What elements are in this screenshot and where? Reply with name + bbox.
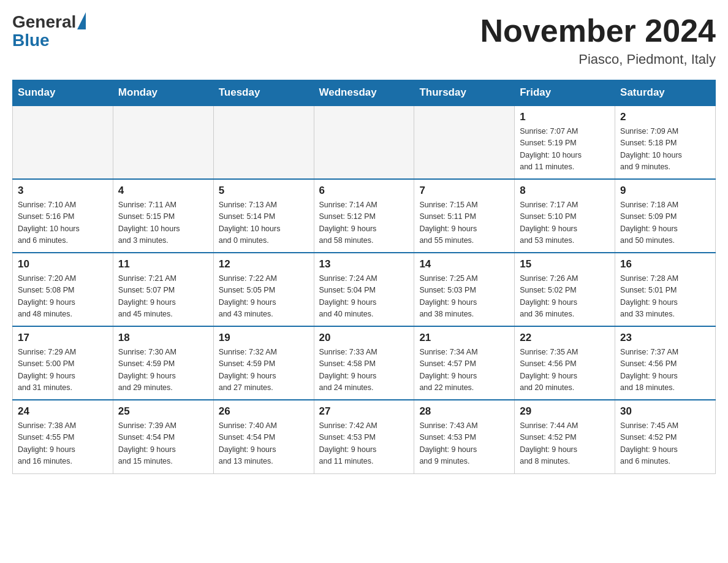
day-number: 2 xyxy=(620,111,710,123)
day-number: 12 xyxy=(219,258,309,270)
weekday-header-sunday: Sunday xyxy=(13,80,113,106)
calendar-cell xyxy=(113,105,213,179)
weekday-header-friday: Friday xyxy=(515,80,615,106)
logo-general-text: General xyxy=(12,12,76,32)
day-number: 9 xyxy=(620,185,710,197)
day-number: 26 xyxy=(219,405,309,418)
page-header: General Blue November 2024 Piasco, Piedm… xyxy=(12,12,716,67)
day-number: 27 xyxy=(319,405,409,418)
calendar-cell: 3Sunrise: 7:10 AM Sunset: 5:16 PM Daylig… xyxy=(13,179,113,253)
day-info: Sunrise: 7:10 AM Sunset: 5:16 PM Dayligh… xyxy=(18,199,108,247)
calendar-title: November 2024 xyxy=(480,12,716,49)
calendar-cell: 30Sunrise: 7:45 AM Sunset: 4:52 PM Dayli… xyxy=(615,400,716,473)
day-number: 10 xyxy=(18,258,108,270)
day-info: Sunrise: 7:20 AM Sunset: 5:08 PM Dayligh… xyxy=(18,273,108,321)
day-info: Sunrise: 7:35 AM Sunset: 4:56 PM Dayligh… xyxy=(520,347,610,394)
calendar-table: SundayMondayTuesdayWednesdayThursdayFrid… xyxy=(12,80,716,474)
weekday-header-saturday: Saturday xyxy=(615,80,716,106)
day-info: Sunrise: 7:11 AM Sunset: 5:15 PM Dayligh… xyxy=(118,199,208,247)
calendar-week-row: 1Sunrise: 7:07 AM Sunset: 5:19 PM Daylig… xyxy=(13,105,716,179)
calendar-cell xyxy=(213,105,314,179)
day-number: 25 xyxy=(118,405,208,418)
day-info: Sunrise: 7:29 AM Sunset: 5:00 PM Dayligh… xyxy=(18,347,108,394)
day-info: Sunrise: 7:28 AM Sunset: 5:01 PM Dayligh… xyxy=(620,273,710,321)
day-info: Sunrise: 7:18 AM Sunset: 5:09 PM Dayligh… xyxy=(620,199,710,247)
day-info: Sunrise: 7:33 AM Sunset: 4:58 PM Dayligh… xyxy=(319,347,409,394)
calendar-cell: 19Sunrise: 7:32 AM Sunset: 4:59 PM Dayli… xyxy=(213,326,314,400)
weekday-header-row: SundayMondayTuesdayWednesdayThursdayFrid… xyxy=(13,80,716,106)
day-number: 24 xyxy=(18,405,108,418)
day-info: Sunrise: 7:30 AM Sunset: 4:59 PM Dayligh… xyxy=(118,347,208,394)
calendar-cell: 24Sunrise: 7:38 AM Sunset: 4:55 PM Dayli… xyxy=(13,400,113,473)
day-info: Sunrise: 7:38 AM Sunset: 4:55 PM Dayligh… xyxy=(18,420,108,468)
day-info: Sunrise: 7:17 AM Sunset: 5:10 PM Dayligh… xyxy=(520,199,610,247)
logo: General Blue xyxy=(12,12,86,50)
calendar-cell: 10Sunrise: 7:20 AM Sunset: 5:08 PM Dayli… xyxy=(13,253,113,326)
calendar-cell: 21Sunrise: 7:34 AM Sunset: 4:57 PM Dayli… xyxy=(414,326,515,400)
logo-blue-text: Blue xyxy=(12,31,50,50)
day-number: 11 xyxy=(118,258,208,270)
day-info: Sunrise: 7:21 AM Sunset: 5:07 PM Dayligh… xyxy=(118,273,208,321)
calendar-cell: 12Sunrise: 7:22 AM Sunset: 5:05 PM Dayli… xyxy=(213,253,314,326)
calendar-cell: 13Sunrise: 7:24 AM Sunset: 5:04 PM Dayli… xyxy=(314,253,414,326)
weekday-header-monday: Monday xyxy=(113,80,213,106)
day-number: 23 xyxy=(620,332,710,344)
calendar-cell: 14Sunrise: 7:25 AM Sunset: 5:03 PM Dayli… xyxy=(414,253,515,326)
day-info: Sunrise: 7:07 AM Sunset: 5:19 PM Dayligh… xyxy=(520,126,610,174)
calendar-cell: 22Sunrise: 7:35 AM Sunset: 4:56 PM Dayli… xyxy=(515,326,615,400)
calendar-cell: 11Sunrise: 7:21 AM Sunset: 5:07 PM Dayli… xyxy=(113,253,213,326)
day-number: 21 xyxy=(419,332,509,344)
calendar-week-row: 17Sunrise: 7:29 AM Sunset: 5:00 PM Dayli… xyxy=(13,326,716,400)
day-info: Sunrise: 7:14 AM Sunset: 5:12 PM Dayligh… xyxy=(319,199,409,247)
day-info: Sunrise: 7:25 AM Sunset: 5:03 PM Dayligh… xyxy=(419,273,509,321)
day-info: Sunrise: 7:37 AM Sunset: 4:56 PM Dayligh… xyxy=(620,347,710,394)
day-number: 4 xyxy=(118,185,208,197)
day-info: Sunrise: 7:39 AM Sunset: 4:54 PM Dayligh… xyxy=(118,420,208,468)
day-info: Sunrise: 7:44 AM Sunset: 4:52 PM Dayligh… xyxy=(520,420,610,468)
day-number: 13 xyxy=(319,258,409,270)
day-number: 6 xyxy=(319,185,409,197)
calendar-cell: 16Sunrise: 7:28 AM Sunset: 5:01 PM Dayli… xyxy=(615,253,716,326)
day-info: Sunrise: 7:42 AM Sunset: 4:53 PM Dayligh… xyxy=(319,420,409,468)
calendar-cell xyxy=(414,105,515,179)
day-number: 19 xyxy=(219,332,309,344)
calendar-cell: 29Sunrise: 7:44 AM Sunset: 4:52 PM Dayli… xyxy=(515,400,615,473)
day-number: 1 xyxy=(520,111,610,123)
day-info: Sunrise: 7:34 AM Sunset: 4:57 PM Dayligh… xyxy=(419,347,509,394)
calendar-cell: 23Sunrise: 7:37 AM Sunset: 4:56 PM Dayli… xyxy=(615,326,716,400)
day-info: Sunrise: 7:15 AM Sunset: 5:11 PM Dayligh… xyxy=(419,199,509,247)
day-number: 8 xyxy=(520,185,610,197)
day-number: 17 xyxy=(18,332,108,344)
calendar-cell: 7Sunrise: 7:15 AM Sunset: 5:11 PM Daylig… xyxy=(414,179,515,253)
day-number: 28 xyxy=(419,405,509,418)
day-number: 5 xyxy=(219,185,309,197)
day-info: Sunrise: 7:43 AM Sunset: 4:53 PM Dayligh… xyxy=(419,420,509,468)
day-number: 16 xyxy=(620,258,710,270)
calendar-cell: 5Sunrise: 7:13 AM Sunset: 5:14 PM Daylig… xyxy=(213,179,314,253)
weekday-header-thursday: Thursday xyxy=(414,80,515,106)
weekday-header-wednesday: Wednesday xyxy=(314,80,414,106)
calendar-cell: 17Sunrise: 7:29 AM Sunset: 5:00 PM Dayli… xyxy=(13,326,113,400)
day-info: Sunrise: 7:32 AM Sunset: 4:59 PM Dayligh… xyxy=(219,347,309,394)
calendar-cell: 6Sunrise: 7:14 AM Sunset: 5:12 PM Daylig… xyxy=(314,179,414,253)
day-info: Sunrise: 7:09 AM Sunset: 5:18 PM Dayligh… xyxy=(620,126,710,174)
day-info: Sunrise: 7:22 AM Sunset: 5:05 PM Dayligh… xyxy=(219,273,309,321)
calendar-cell: 15Sunrise: 7:26 AM Sunset: 5:02 PM Dayli… xyxy=(515,253,615,326)
day-number: 14 xyxy=(419,258,509,270)
calendar-cell xyxy=(314,105,414,179)
calendar-cell: 26Sunrise: 7:40 AM Sunset: 4:54 PM Dayli… xyxy=(213,400,314,473)
calendar-cell: 25Sunrise: 7:39 AM Sunset: 4:54 PM Dayli… xyxy=(113,400,213,473)
day-info: Sunrise: 7:45 AM Sunset: 4:52 PM Dayligh… xyxy=(620,420,710,468)
day-number: 20 xyxy=(319,332,409,344)
calendar-cell: 2Sunrise: 7:09 AM Sunset: 5:18 PM Daylig… xyxy=(615,105,716,179)
day-number: 18 xyxy=(118,332,208,344)
day-info: Sunrise: 7:26 AM Sunset: 5:02 PM Dayligh… xyxy=(520,273,610,321)
day-number: 7 xyxy=(419,185,509,197)
day-number: 22 xyxy=(520,332,610,344)
day-number: 29 xyxy=(520,405,610,418)
calendar-cell: 8Sunrise: 7:17 AM Sunset: 5:10 PM Daylig… xyxy=(515,179,615,253)
calendar-cell: 4Sunrise: 7:11 AM Sunset: 5:15 PM Daylig… xyxy=(113,179,213,253)
calendar-cell: 18Sunrise: 7:30 AM Sunset: 4:59 PM Dayli… xyxy=(113,326,213,400)
calendar-cell: 20Sunrise: 7:33 AM Sunset: 4:58 PM Dayli… xyxy=(314,326,414,400)
day-info: Sunrise: 7:13 AM Sunset: 5:14 PM Dayligh… xyxy=(219,199,309,247)
